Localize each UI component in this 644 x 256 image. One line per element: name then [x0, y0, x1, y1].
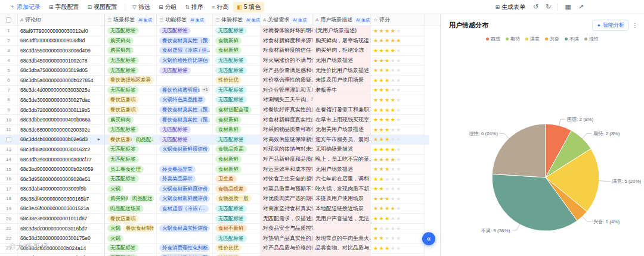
star-icon[interactable]: ★	[379, 235, 385, 241]
scene-tags-cell[interactable]: 无匹配标签	[105, 56, 157, 66]
table-row[interactable]: 568c3dba75000000003019d05无匹配标签无匹配标签无匹配标签…	[0, 65, 440, 76]
experience-tags-cell[interactable]: 食材搭配合理	[213, 105, 261, 115]
star-icon[interactable]: ★	[385, 77, 391, 83]
scene-desc-cell[interactable]	[313, 254, 371, 256]
scene-tags-cell[interactable]: 购买鲜肉	[105, 46, 157, 56]
header-user-scene-desc[interactable]: A 用户场景描述 AI 生成	[313, 14, 371, 26]
header-scene-tags[interactable]: ☰ 场景标签 AI 生成	[105, 14, 157, 26]
scene-tags-cell[interactable]: 火锅餐饮食材制作	[105, 224, 157, 234]
function-tags-cell[interactable]	[157, 76, 213, 86]
row-number-cell[interactable]: 5	[0, 65, 18, 76]
star-icon[interactable]: ★	[396, 166, 402, 172]
comment-id-cell[interactable]: 68c3db2900000000000a00cf77	[18, 155, 105, 165]
star-icon[interactable]: ★	[396, 136, 402, 142]
filter-button[interactable]: ▽ 筛选	[129, 2, 154, 13]
experience-tags-cell[interactable]: 无匹配标签	[213, 233, 261, 243]
function-tags-cell[interactable]: 火锅价格性价比评估	[157, 56, 213, 66]
header-rating[interactable]: ☆ 评分	[371, 14, 425, 26]
scene-desc-cell[interactable]: 在餐馆打暑假工和兼职工	[313, 105, 371, 115]
star-icon[interactable]: ★	[385, 157, 391, 163]
star-icon[interactable]: ★	[385, 107, 391, 113]
experience-tags-cell[interactable]: 无匹配标签	[213, 95, 261, 105]
experience-tags-cell[interactable]: 食材新鲜	[213, 125, 261, 135]
star-icon[interactable]: ★	[379, 245, 385, 251]
table-row[interactable]: 68c3dd4b000000000b02e6d3＋餐饮店兼职肉品配…无匹配标签无…	[0, 135, 440, 145]
star-icon[interactable]: ★	[385, 176, 391, 182]
rating-cell[interactable]: ★★★★★	[371, 26, 425, 36]
experience-tags-cell[interactable]: 食物品质差	[213, 185, 261, 195]
star-icon[interactable]: ★	[385, 205, 391, 211]
scene-desc-cell[interactable]	[313, 95, 371, 105]
tag-pill[interactable]: 食物品质一般	[215, 195, 252, 202]
scene-tags-cell[interactable]: 肉品配送场景	[105, 204, 157, 214]
star-icon[interactable]: ★	[396, 127, 402, 133]
scene-desc-cell[interactable]	[313, 224, 371, 234]
scene-desc-cell[interactable]: 无相关用户场景描述	[313, 125, 371, 135]
grid-view-icon[interactable]: ▦	[562, 2, 574, 12]
key-need-cell[interactable]	[261, 254, 313, 256]
scene-tags-cell[interactable]: 无匹配标签	[105, 65, 157, 76]
tag-pill[interactable]: 购买鲜肉	[107, 37, 134, 45]
scene-tags-cell[interactable]: 餐饮店兼职	[105, 105, 157, 115]
comment-id-cell[interactable]: 68af977900000000030012ef0	[18, 26, 105, 36]
function-tags-cell[interactable]: 火锅食材新鲜度评价	[157, 194, 213, 204]
tag-pill[interactable]: 食材虚假（冷冻 /…	[159, 205, 209, 213]
star-icon[interactable]: ★	[391, 38, 397, 43]
scene-tags-cell[interactable]: 餐饮选择地区差异	[105, 76, 157, 86]
tag-pill[interactable]: 无匹配标签	[107, 57, 139, 64]
view-config-button[interactable]: ⊡ 视图配置	[84, 2, 122, 13]
star-icon[interactable]: ★	[373, 136, 379, 142]
scene-tags-cell[interactable]: 无匹配标签	[105, 86, 157, 96]
star-icon[interactable]: ★	[373, 28, 379, 34]
pie-slice[interactable]	[492, 124, 546, 177]
star-icon[interactable]: ★	[373, 186, 379, 192]
star-icon[interactable]: ★	[385, 28, 391, 34]
rating-cell[interactable]: ★★★★★	[371, 243, 425, 254]
tag-pill[interactable]: 无匹配标签	[215, 205, 247, 213]
key-need-cell[interactable]: 无匹配需求，仅描述兼…	[261, 214, 313, 224]
star-icon[interactable]: ★	[391, 146, 397, 152]
tag-pill[interactable]: 无匹配标签	[107, 27, 139, 35]
star-icon[interactable]: ★	[391, 235, 397, 241]
star-icon[interactable]: ★	[379, 117, 385, 123]
tag-pill[interactable]: 外卖菜品异常	[159, 175, 196, 183]
key-need-cell[interactable]: 对企业管理混乱和无序…	[261, 86, 313, 96]
star-icon[interactable]: ★	[379, 107, 385, 113]
rating-cell[interactable]: ★★★★★	[371, 36, 425, 46]
table-row[interactable]: 868c3de3000000000030027dac餐饮店兼职火锅特色菜品推荐无…	[0, 95, 440, 105]
star-icon[interactable]: ★	[373, 146, 379, 152]
row-number-cell[interactable]: 10	[0, 115, 18, 125]
star-icon[interactable]: ★	[396, 67, 402, 73]
rating-cell[interactable]: ★★★★★	[371, 125, 425, 135]
tag-pill[interactable]: 餐饮食材制作	[123, 224, 154, 232]
scene-tags-cell[interactable]: 购买鲜肉	[105, 36, 157, 46]
comment-id-cell[interactable]: 68c38e3e0000000001011d87	[18, 214, 105, 224]
comment-id-cell[interactable]: 68c3df100000000009038f8d	[18, 36, 105, 46]
tag-pill[interactable]: 肉品配送场景	[107, 205, 144, 213]
star-icon[interactable]: ★	[396, 196, 402, 202]
rating-cell[interactable]: ★★★★★	[371, 95, 425, 105]
star-icon[interactable]: ★	[391, 176, 397, 182]
comment-id-cell[interactable]: 68c3d88a000000000300162c2	[18, 145, 105, 155]
row-number-cell[interactable]: 24	[0, 254, 18, 256]
star-icon[interactable]: ★	[391, 186, 397, 192]
tag-pill[interactable]: 无匹配标签	[215, 86, 247, 94]
star-icon[interactable]: ★	[385, 87, 391, 93]
scene-desc-cell[interactable]: 无明确场景描述	[313, 145, 371, 155]
tag-pill[interactable]: 食物新鲜	[215, 37, 242, 45]
star-icon[interactable]: ★	[379, 176, 385, 182]
star-icon[interactable]: ★	[379, 127, 385, 133]
scene-desc-cell[interactable]: 无用户声音描述，无法…	[313, 214, 371, 224]
star-icon[interactable]: ★	[391, 97, 397, 103]
star-icon[interactable]: ★	[396, 176, 402, 182]
key-need-cell[interactable]: 对产品份量满足感和价…	[261, 65, 313, 76]
tag-pill[interactable]: 食材新鲜	[215, 166, 242, 173]
star-icon[interactable]: ★	[373, 205, 379, 211]
function-tags-cell[interactable]: 火锅特色菜品推荐	[157, 95, 213, 105]
row-number-cell[interactable]: 22	[0, 233, 18, 243]
table-row[interactable]: 2468c3d2a1000000000300b8d2无匹配标签餐饮食材真实性（预…	[0, 254, 440, 256]
star-icon[interactable]: ★	[391, 157, 397, 163]
comment-id-cell[interactable]: 68c3d95600000000009028e51	[18, 174, 105, 185]
function-tags-cell[interactable]: 外食消费理性化判断…	[157, 243, 213, 254]
star-icon[interactable]: ★	[379, 28, 385, 34]
